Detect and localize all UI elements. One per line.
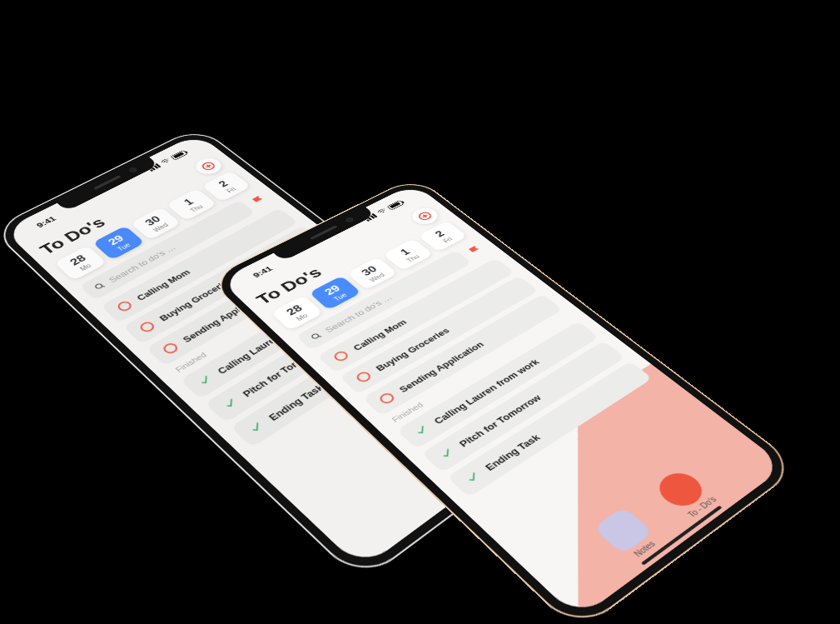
svg-point-3 <box>311 333 320 339</box>
wifi-icon <box>159 157 172 166</box>
unchecked-icon[interactable] <box>116 300 134 313</box>
unchecked-icon[interactable] <box>161 342 180 356</box>
status-time: 9:41 <box>251 265 274 279</box>
check-icon <box>246 420 266 436</box>
search-icon <box>308 331 324 342</box>
plus-icon <box>415 210 434 222</box>
unchecked-icon[interactable] <box>377 392 396 406</box>
plus-icon <box>199 160 217 172</box>
status-time: 9:41 <box>34 215 57 229</box>
battery-icon <box>386 200 404 210</box>
flag-icon[interactable] <box>249 193 271 207</box>
check-icon <box>463 470 483 486</box>
search-icon <box>92 281 107 292</box>
check-icon <box>412 423 432 437</box>
battery-icon <box>170 150 187 160</box>
check-icon <box>196 373 216 387</box>
unchecked-icon[interactable] <box>355 370 374 383</box>
bottom-nav: Notes To - Do's <box>529 428 776 611</box>
check-icon <box>437 446 457 461</box>
flag-icon[interactable] <box>465 243 487 257</box>
unchecked-icon[interactable] <box>332 350 350 363</box>
svg-point-1 <box>95 283 103 289</box>
unchecked-icon[interactable] <box>138 320 157 333</box>
check-icon <box>221 396 241 411</box>
wifi-icon <box>375 207 389 216</box>
